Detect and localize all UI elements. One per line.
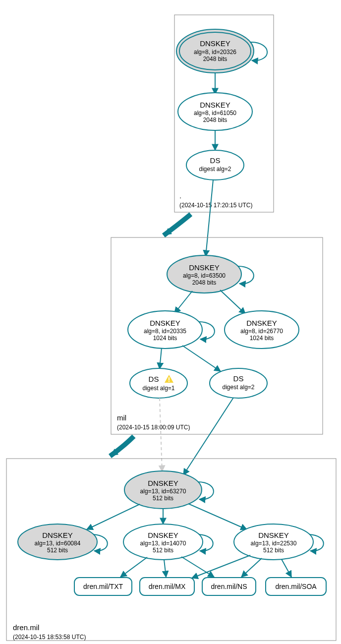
svg-text:alg=8, id=63500: alg=8, id=63500: [183, 272, 226, 279]
svg-text:2048 bits: 2048 bits: [203, 56, 227, 62]
node-dren-k2: DNSKEY alg=13, id=14070 512 bits: [123, 524, 203, 560]
svg-text:512 bits: 512 bits: [47, 547, 68, 554]
svg-text:alg=8, id=26770: alg=8, id=26770: [240, 328, 283, 335]
node-mil-ds2: DS digest alg=2: [210, 368, 267, 398]
svg-text:digest alg=2: digest alg=2: [222, 384, 254, 391]
zone-ts-root: (2024-10-15 17:20:15 UTC): [179, 202, 252, 209]
zone-label-root: .: [179, 191, 181, 200]
svg-text:DNSKEY: DNSKEY: [148, 531, 178, 539]
svg-text:alg=13, id=14070: alg=13, id=14070: [140, 540, 186, 547]
edge-milds1-drenksk: [160, 398, 162, 471]
svg-text:1024 bits: 1024 bits: [250, 335, 274, 342]
zone-ts-mil: (2024-10-15 18:00:09 UTC): [117, 424, 190, 431]
svg-text:DS: DS: [233, 374, 244, 383]
node-mil-ksk: DNSKEY alg=8, id=63500 2048 bits: [167, 255, 241, 293]
node-dren-ksk: DNSKEY alg=13, id=63270 512 bits: [124, 471, 202, 509]
edge-k3-mx: [192, 555, 250, 578]
svg-text:512 bits: 512 bits: [263, 547, 284, 554]
edge-milksk-milzsk1: [174, 291, 192, 313]
node-root-ksk: DNSKEY alg=8, id=20326 2048 bits: [176, 29, 254, 73]
svg-text:alg=13, id=22530: alg=13, id=22530: [251, 540, 297, 547]
svg-text:dren.mil/SOA: dren.mil/SOA: [275, 583, 317, 590]
edge-k2-ns: [181, 557, 214, 577]
edge-k2-txt: [120, 557, 147, 577]
svg-text:alg=8, id=61050: alg=8, id=61050: [194, 110, 236, 117]
edge-k3-soa: [282, 559, 291, 577]
svg-text:DNSKEY: DNSKEY: [42, 531, 73, 539]
svg-text:alg=8, id=20326: alg=8, id=20326: [194, 49, 236, 56]
edge-drenksk-k3: [188, 504, 247, 529]
edge-rootds-milksk: [206, 180, 213, 256]
node-dren-k3: DNSKEY alg=13, id=22530 512 bits: [234, 524, 313, 560]
svg-text:DNSKEY: DNSKEY: [258, 531, 289, 539]
node-root-zsk: DNSKEY alg=8, id=61050 2048 bits: [178, 93, 252, 130]
zone-label-mil: mil: [117, 413, 126, 422]
svg-point-9: [186, 150, 244, 180]
svg-text:dren.mil/MX: dren.mil/MX: [149, 583, 186, 590]
svg-rect-28: [169, 377, 170, 380]
svg-text:2048 bits: 2048 bits: [192, 279, 217, 286]
node-dren-k1: DNSKEY alg=13, id=60084 512 bits: [18, 524, 97, 560]
rr-mx: dren.mil/MX: [140, 578, 194, 595]
svg-text:DNSKEY: DNSKEY: [246, 319, 277, 327]
node-mil-zsk1: DNSKEY alg=8, id=20335 1024 bits: [128, 311, 202, 349]
edge-milds2-drenksk: [183, 398, 233, 475]
svg-text:digest alg=1: digest alg=1: [142, 385, 174, 392]
zone-ts-dren: (2024-10-15 18:53:58 UTC): [13, 634, 86, 641]
edge-milzsk1-ds2: [182, 346, 221, 371]
edge-drenksk-k1: [87, 504, 140, 529]
rr-ns: dren.mil/NS: [202, 578, 256, 595]
svg-text:DNSKEY: DNSKEY: [200, 39, 230, 48]
edge-milksk-milzsk2: [220, 290, 245, 314]
svg-text:DNSKEY: DNSKEY: [200, 101, 230, 109]
svg-point-31: [210, 368, 267, 398]
svg-text:512 bits: 512 bits: [153, 547, 173, 554]
edge-k3-ns: [241, 558, 262, 577]
svg-text:alg=13, id=63270: alg=13, id=63270: [140, 488, 186, 495]
svg-text:dren.mil/NS: dren.mil/NS: [211, 583, 247, 590]
node-root-ds: DS digest alg=2: [186, 150, 244, 180]
rr-soa: dren.mil/SOA: [266, 578, 326, 595]
svg-text:alg=8, id=20335: alg=8, id=20335: [144, 328, 186, 335]
edge-milzsk1-ds1: [160, 348, 162, 369]
svg-text:DNSKEY: DNSKEY: [189, 263, 220, 272]
node-mil-ds1: DS digest alg=1: [130, 368, 187, 398]
edge-k2-mx: [164, 560, 166, 577]
svg-rect-29: [169, 381, 170, 382]
svg-text:1024 bits: 1024 bits: [153, 335, 177, 342]
svg-text:dren.mil/TXT: dren.mil/TXT: [83, 583, 123, 590]
svg-text:DNSKEY: DNSKEY: [150, 319, 180, 327]
svg-text:DS: DS: [210, 156, 221, 165]
svg-text:alg=13, id=60084: alg=13, id=60084: [35, 540, 81, 547]
svg-text:digest alg=2: digest alg=2: [199, 166, 231, 173]
svg-text:2048 bits: 2048 bits: [203, 117, 227, 123]
node-mil-zsk2: DNSKEY alg=8, id=26770 1024 bits: [225, 311, 299, 349]
svg-point-25: [130, 368, 187, 398]
svg-text:DNSKEY: DNSKEY: [148, 479, 178, 487]
svg-text:DS: DS: [149, 375, 159, 383]
rr-txt: dren.mil/TXT: [74, 578, 132, 595]
svg-text:512 bits: 512 bits: [153, 495, 173, 502]
zone-label-dren: dren.mil: [13, 623, 39, 632]
